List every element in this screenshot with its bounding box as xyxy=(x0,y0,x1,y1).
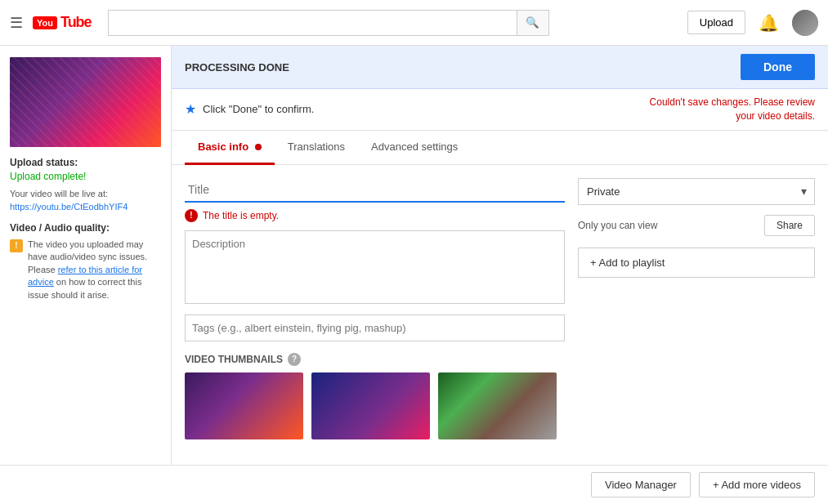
avatar-image xyxy=(792,10,818,36)
sidebar: Upload status: Upload complete! Your vid… xyxy=(0,46,172,465)
tab-error-indicator xyxy=(255,144,262,150)
video-url-link[interactable]: https://youtu.be/CtEodbhYIF4 xyxy=(10,202,128,212)
star-icon: ★ xyxy=(185,101,196,117)
quality-warning: ! The video you uploaded may have audio/… xyxy=(10,239,161,301)
search-icon: 🔍 xyxy=(526,16,539,29)
confirm-bar: ★ Click "Done" to confirm. Couldn't save… xyxy=(172,89,828,131)
form-area: ! The title is empty. VIDEO THUMBNAILS ? xyxy=(172,165,828,453)
video-manager-button[interactable]: Video Manager xyxy=(591,472,691,497)
confirm-text: Click "Done" to confirm. xyxy=(203,103,314,115)
tab-basic-info[interactable]: Basic info xyxy=(185,131,275,165)
quality-link[interactable]: refer to this article for advice xyxy=(28,265,142,287)
thumbnail-3[interactable] xyxy=(438,372,557,439)
done-button[interactable]: Done xyxy=(741,54,815,80)
thumbnail-2[interactable] xyxy=(311,372,430,439)
quality-warning-text: The video you uploaded may have audio/vi… xyxy=(28,239,161,301)
upload-button[interactable]: Upload xyxy=(687,11,745,34)
tab-translations[interactable]: Translations xyxy=(275,131,358,165)
video-live-label: Your video will be live at: xyxy=(10,189,161,198)
search-input[interactable] xyxy=(108,10,517,36)
app-header: ☰ You Tube 🔍 Upload 🔔 xyxy=(0,0,828,46)
thumbnails-row xyxy=(185,372,565,439)
processing-banner: PROCESSING DONE Done xyxy=(172,46,828,89)
upload-complete-text: Upload complete! xyxy=(10,171,161,182)
footer: Video Manager + Add more videos xyxy=(0,465,828,504)
title-error: ! The title is empty. xyxy=(185,209,565,222)
youtube-logo[interactable]: You Tube xyxy=(33,14,92,31)
privacy-select-wrap: Private Public Unlisted Scheduled ▾ xyxy=(578,178,815,205)
error-icon: ! xyxy=(185,209,198,222)
notification-icon[interactable]: 🔔 xyxy=(759,13,779,33)
thumb-overlay xyxy=(10,57,161,147)
sidebar-thumbnail xyxy=(10,57,161,147)
search-button[interactable]: 🔍 xyxy=(517,10,549,36)
content-area: PROCESSING DONE Done ★ Click "Done" to c… xyxy=(172,46,828,465)
title-input[interactable] xyxy=(185,178,565,203)
warning-icon: ! xyxy=(10,239,23,252)
share-button[interactable]: Share xyxy=(764,215,815,236)
search-bar: 🔍 xyxy=(108,10,549,36)
upload-status-label: Upload status: xyxy=(10,157,161,168)
yt-logo-icon: You xyxy=(33,16,57,29)
form-left: ! The title is empty. VIDEO THUMBNAILS ? xyxy=(185,178,565,439)
avatar[interactable] xyxy=(792,10,818,36)
quality-label: Video / Audio quality: xyxy=(10,222,161,234)
thumbnail-1[interactable] xyxy=(185,372,303,439)
form-right: Private Public Unlisted Scheduled ▾ Only… xyxy=(578,178,815,439)
processing-status-text: PROCESSING DONE xyxy=(185,61,732,74)
title-input-wrap xyxy=(185,178,565,203)
tab-advanced-settings[interactable]: Advanced settings xyxy=(358,131,471,165)
add-more-videos-button[interactable]: + Add more videos xyxy=(699,472,815,497)
error-save-text: Couldn't save changes. Please reviewyour… xyxy=(650,96,815,123)
add-to-playlist-button[interactable]: + Add to playlist xyxy=(578,248,815,278)
thumbnails-label: VIDEO THUMBNAILS ? xyxy=(185,353,565,366)
thumbnails-help-icon[interactable]: ? xyxy=(288,353,301,366)
header-actions: Upload 🔔 xyxy=(687,10,818,36)
description-textarea[interactable] xyxy=(185,230,565,304)
main-wrapper: Upload status: Upload complete! Your vid… xyxy=(0,46,828,465)
yt-logo-brand: Tube xyxy=(60,14,92,31)
confirm-left: ★ Click "Done" to confirm. xyxy=(185,101,314,117)
tabs-bar: Basic info Translations Advanced setting… xyxy=(172,131,828,165)
tags-input[interactable] xyxy=(185,314,565,341)
only-you-text: Only you can view xyxy=(578,220,657,231)
menu-icon[interactable]: ☰ xyxy=(10,14,23,32)
privacy-select[interactable]: Private Public Unlisted Scheduled xyxy=(578,178,815,205)
only-you-row: Only you can view Share xyxy=(578,215,815,236)
title-error-text: The title is empty. xyxy=(203,210,279,221)
